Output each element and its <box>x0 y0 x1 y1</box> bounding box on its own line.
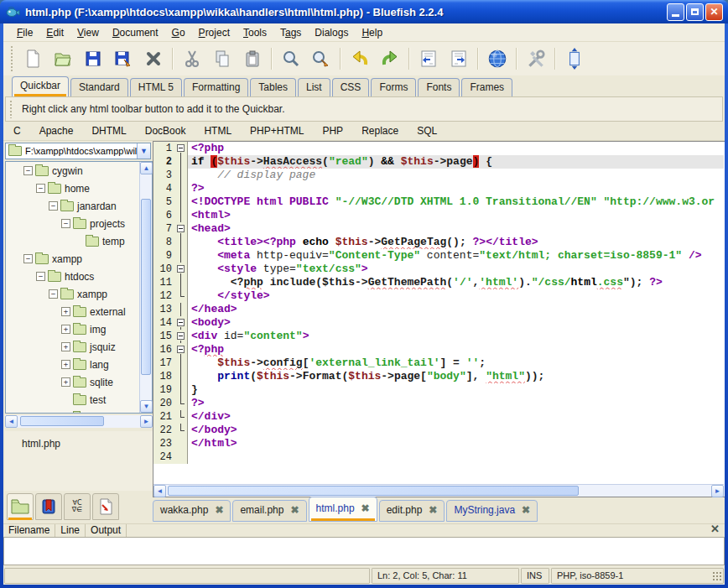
minimize-button[interactable] <box>667 3 684 21</box>
menu-tools[interactable]: Tools <box>237 24 273 41</box>
fold-minus-box[interactable] <box>177 144 185 152</box>
code-line[interactable]: 23</html> <box>153 437 724 450</box>
document-tab-email-php[interactable]: email.php✖ <box>232 500 306 522</box>
code-line[interactable]: 22</body> <box>153 424 724 437</box>
collapse-icon[interactable]: − <box>36 272 45 281</box>
tab-close-icon[interactable]: ✖ <box>361 502 370 514</box>
tree-item-projects[interactable]: −projects <box>6 215 152 232</box>
tab-close-icon[interactable]: ✖ <box>522 504 530 516</box>
tree-item-external[interactable]: +external <box>6 303 152 320</box>
scroll-left-button[interactable]: ◄ <box>5 415 18 428</box>
code-line[interactable]: 21</div> <box>153 410 724 424</box>
menu-document[interactable]: Document <box>106 24 165 41</box>
tree-item-htdocs[interactable]: −htdocs <box>6 268 152 285</box>
menu-help[interactable]: Help <box>355 24 389 41</box>
close-document-button[interactable] <box>138 45 169 72</box>
tree-item-jsquiz[interactable]: +jsquiz <box>6 338 152 356</box>
language-tab-apache[interactable]: Apache <box>39 125 74 137</box>
code-line[interactable]: 19} <box>153 383 724 397</box>
tree-item-janardan[interactable]: −janardan <box>6 197 152 215</box>
fold-collapse-icon[interactable] <box>175 263 187 276</box>
maximize-button[interactable] <box>686 3 704 21</box>
html-toolbar-tab-html-5[interactable]: HTML 5 <box>130 78 182 96</box>
menu-go[interactable]: Go <box>165 24 192 41</box>
language-tab-replace[interactable]: Replace <box>361 125 398 137</box>
directory-path-combobox[interactable]: F:\xampp\htdocs\xampp\wil ▼ <box>5 143 151 159</box>
code-line[interactable]: 14<body> <box>153 316 724 330</box>
tab-character-map[interactable]: ∀C∇∈ <box>64 493 91 520</box>
code-line[interactable]: 24 <box>153 450 724 464</box>
code-line[interactable]: 5<!DOCTYPE html PUBLIC "-//W3C//DTD XHTM… <box>153 195 724 209</box>
tree-item-lang[interactable]: +lang <box>6 356 152 373</box>
expand-icon[interactable]: + <box>61 413 70 414</box>
find-button[interactable] <box>276 45 306 72</box>
language-tab-sql[interactable]: SQL <box>417 125 437 137</box>
resize-grip[interactable] <box>712 571 722 581</box>
scroll-down-button[interactable]: ▼ <box>140 400 153 413</box>
html-toolbar-tab-list[interactable]: List <box>298 78 330 96</box>
output-column-line[interactable]: Line <box>55 524 86 537</box>
tree-item-img[interactable]: +img <box>6 320 152 338</box>
tree-scrollbar-thumb[interactable] <box>141 199 151 375</box>
tree-item-xampp[interactable]: −xampp <box>6 250 152 268</box>
menu-tags[interactable]: Tags <box>273 24 308 41</box>
document-tab-MyString-java[interactable]: MyString.java✖ <box>446 500 538 522</box>
code-line[interactable]: 3 // display page <box>153 169 724 182</box>
preferences-button[interactable] <box>521 45 551 72</box>
menu-project[interactable]: Project <box>192 24 237 41</box>
expand-icon[interactable]: + <box>61 342 70 351</box>
language-tab-php[interactable]: PHP <box>322 125 343 137</box>
collapse-icon[interactable]: − <box>61 219 70 228</box>
preview-in-browser-button[interactable] <box>482 45 512 72</box>
menu-dialogs[interactable]: Dialogs <box>308 24 355 41</box>
collapse-icon[interactable]: − <box>23 254 33 263</box>
code-text-area[interactable]: 1<?php2if ($this->HasAccess("read") && $… <box>153 142 724 484</box>
code-line[interactable]: 8 <title><?php echo $this->GetPageTag();… <box>153 236 724 249</box>
html-toolbar-tab-formatting[interactable]: Formatting <box>184 78 248 96</box>
language-tab-php-html[interactable]: PHP+HTML <box>250 125 304 137</box>
expand-icon[interactable]: + <box>61 307 70 316</box>
paste-button[interactable] <box>237 45 268 72</box>
html-toolbar-tab-tables[interactable]: Tables <box>250 78 296 96</box>
title-bar[interactable]: html.php (F:\xampp\htdocs\xampp\wikka\ha… <box>0 0 728 23</box>
fold-collapse-icon[interactable] <box>175 343 187 356</box>
html-toolbar-tab-frames[interactable]: Frames <box>461 78 512 96</box>
collapse-icon[interactable]: − <box>49 201 58 211</box>
tab-snippets[interactable] <box>92 493 119 520</box>
code-line[interactable]: 10 <style type="text/css"> <box>153 263 724 276</box>
output-close-icon[interactable]: ✕ <box>710 523 720 535</box>
tree-item-cygwin[interactable]: −cygwin <box>6 162 152 180</box>
tree-item-wikka[interactable]: +wikka <box>6 408 152 414</box>
document-tab-wakka-php[interactable]: wakka.php✖ <box>153 500 231 522</box>
tab-bookmarks[interactable] <box>35 493 62 520</box>
fold-collapse-icon[interactable] <box>175 142 187 155</box>
fullscreen-button[interactable] <box>559 45 590 72</box>
code-line[interactable]: 16<?php <box>153 343 724 356</box>
expand-icon[interactable]: + <box>61 360 70 369</box>
output-column-filename[interactable]: Filename <box>3 524 55 537</box>
html-toolbar-tab-quickbar[interactable]: Quickbar <box>12 76 69 96</box>
scroll-right-button[interactable]: ► <box>140 415 153 428</box>
menu-file[interactable]: File <box>10 24 39 41</box>
tree-item-temp[interactable]: −temp <box>6 232 152 250</box>
tab-close-icon[interactable]: ✖ <box>290 504 299 516</box>
code-line[interactable]: 13</head> <box>153 303 724 316</box>
tree-item-sqlite[interactable]: +sqlite <box>6 373 152 391</box>
collapse-icon[interactable]: − <box>36 184 45 193</box>
code-line[interactable]: 2if ($this->HasAccess("read") && $this->… <box>153 155 724 169</box>
fold-minus-box[interactable] <box>177 332 185 340</box>
save-button[interactable] <box>78 45 108 72</box>
code-line[interactable]: 18 print($this->Format($this->page["body… <box>153 370 724 383</box>
document-tab-edit-php[interactable]: edit.php✖ <box>379 500 445 522</box>
code-line[interactable]: 6<html> <box>153 209 724 222</box>
code-line[interactable]: 12 </style> <box>153 289 724 303</box>
code-line[interactable]: 7<head> <box>153 222 724 236</box>
open-file-button[interactable] <box>48 45 78 72</box>
code-line[interactable]: 15<div id="content"> <box>153 330 724 343</box>
scroll-up-button[interactable]: ▲ <box>140 162 153 174</box>
tree-item-home[interactable]: −home <box>6 180 152 197</box>
code-line[interactable]: 20?> <box>153 397 724 410</box>
new-document-button[interactable] <box>18 45 48 72</box>
fold-collapse-icon[interactable] <box>175 330 187 343</box>
tab-close-icon[interactable]: ✖ <box>215 504 223 516</box>
